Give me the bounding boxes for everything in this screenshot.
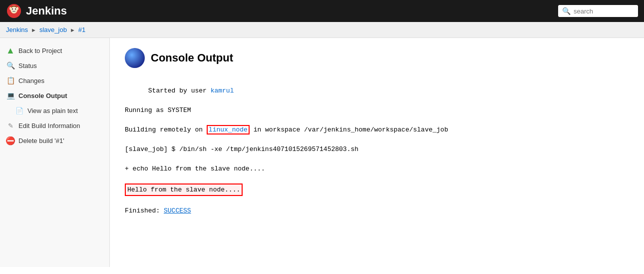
breadcrumb-build-number[interactable]: #1 <box>78 26 85 34</box>
sidebar-label-status: Status <box>18 62 37 70</box>
log-user-link[interactable]: kamrul <box>211 87 234 94</box>
magnifier-icon: 🔍 <box>6 61 15 70</box>
app-header: Jenkins 🔍 <box>0 0 644 22</box>
main-layout: ▲ Back to Project 🔍 Status 📋 Changes 💻 C… <box>0 38 644 267</box>
arrow-up-icon: ▲ <box>6 46 15 55</box>
notepad-icon: 📋 <box>6 76 15 85</box>
breadcrumb-slave-job[interactable]: slave_job <box>39 26 67 34</box>
sidebar-item-back-to-project[interactable]: ▲ Back to Project <box>0 43 109 58</box>
logo-area: Jenkins <box>6 3 67 19</box>
console-log: Started by user kamrul Running as SYSTEM… <box>125 76 629 226</box>
console-ball-icon <box>125 48 145 68</box>
svg-point-3 <box>12 8 13 10</box>
log-line3-prefix: Building remotely on <box>125 126 207 134</box>
console-output-title: Console Output <box>151 52 233 64</box>
svg-point-4 <box>15 8 16 10</box>
search-box[interactable]: 🔍 <box>558 5 638 17</box>
edit-icon: ✎ <box>6 121 15 130</box>
log-node-link: linux_node <box>207 125 250 134</box>
app-title: Jenkins <box>26 4 67 18</box>
svg-point-5 <box>9 7 11 10</box>
monitor-icon: 💻 <box>6 91 15 100</box>
document-icon: 📄 <box>15 106 24 115</box>
sidebar-item-delete-build[interactable]: ⛔ Delete build '#1' <box>0 133 109 148</box>
breadcrumb-sep-1: ► <box>31 27 36 33</box>
log-line4: [slave_job] $ /bin/sh -xe /tmp/jenkins40… <box>125 146 358 153</box>
sidebar-label-console: Console Output <box>18 92 67 100</box>
log-node-link-a[interactable]: linux_node <box>209 126 248 134</box>
log-line3-suffix: in workspace /var/jenkins_home/workspace… <box>250 126 448 134</box>
sidebar-item-console-output[interactable]: 💻 Console Output <box>0 88 109 103</box>
search-input[interactable] <box>574 8 629 15</box>
log-line5: + echo Hello from the slave node.... <box>125 165 265 172</box>
sidebar-item-changes[interactable]: 📋 Changes <box>0 73 109 88</box>
log-line2: Running as SYSTEM <box>125 106 191 114</box>
sidebar-item-view-plain-text[interactable]: 📄 View as plain text <box>0 103 109 118</box>
svg-point-6 <box>16 7 18 10</box>
content-area: Console Output Started by user kamrul Ru… <box>110 38 644 267</box>
sidebar-label-edit-build: Edit Build Information <box>18 122 80 130</box>
sidebar-label-plain-text: View as plain text <box>27 107 78 114</box>
sidebar-label-back: Back to Project <box>18 47 62 54</box>
sidebar-label-changes: Changes <box>18 77 44 84</box>
log-status: SUCCESS <box>164 207 191 214</box>
delete-icon: ⛔ <box>6 136 15 145</box>
jenkins-logo-icon <box>6 3 22 19</box>
breadcrumb: Jenkins ► slave_job ► #1 <box>0 22 644 38</box>
breadcrumb-sep-2: ► <box>70 27 75 33</box>
log-started-prefix: Started by user <box>148 87 211 94</box>
sidebar-label-delete: Delete build '#1' <box>18 137 64 144</box>
breadcrumb-jenkins[interactable]: Jenkins <box>6 26 28 34</box>
sidebar-item-status[interactable]: 🔍 Status <box>0 58 109 73</box>
console-output-header: Console Output <box>125 48 629 68</box>
sidebar-item-edit-build-info[interactable]: ✎ Edit Build Information <box>0 118 109 133</box>
log-line7-prefix: Finished: <box>125 207 164 214</box>
sidebar: ▲ Back to Project 🔍 Status 📋 Changes 💻 C… <box>0 38 110 267</box>
log-line6: Hello from the slave node.... <box>125 184 243 196</box>
search-icon: 🔍 <box>562 7 571 15</box>
